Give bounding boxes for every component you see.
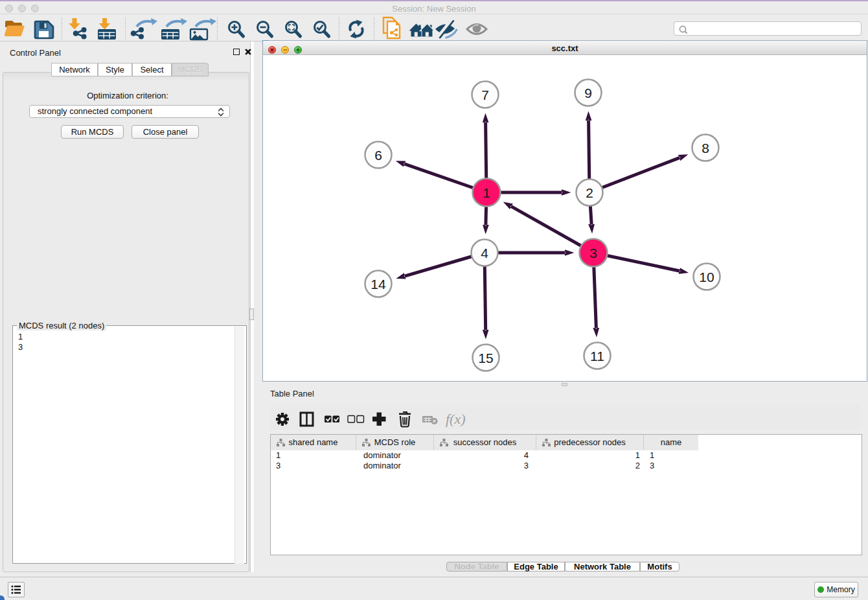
svg-text:1: 1 — [483, 185, 490, 200]
svg-text:f(x): f(x) — [446, 411, 466, 427]
svg-text:10: 10 — [699, 270, 714, 284]
svg-text:3: 3 — [589, 246, 597, 260]
svg-text:14: 14 — [371, 277, 386, 292]
svg-text:2: 2 — [586, 185, 593, 200]
svg-text:9: 9 — [584, 86, 592, 100]
svg-text:11: 11 — [590, 349, 604, 363]
svg-text:8: 8 — [702, 141, 709, 156]
svg-text:4: 4 — [481, 246, 488, 260]
svg-text:15: 15 — [478, 351, 493, 365]
svg-text:7: 7 — [481, 87, 489, 102]
svg-text:6: 6 — [374, 148, 382, 163]
